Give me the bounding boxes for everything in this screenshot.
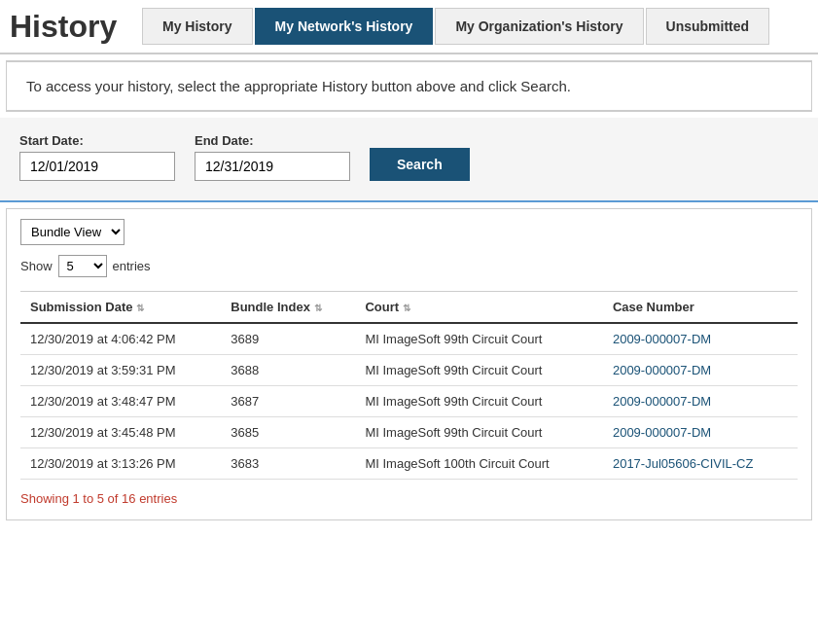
cell-bundle-index: 3683 (221, 448, 355, 480)
start-date-label: Start Date: (19, 133, 175, 148)
info-banner: To access your history, select the appro… (7, 61, 811, 111)
col-header-court[interactable]: Court⇅ (355, 292, 603, 324)
page-header: History My HistoryMy Network's HistoryMy… (0, 0, 818, 54)
tab-my-org-history[interactable]: My Organization's History (435, 8, 643, 45)
table-row: 12/30/2019 at 3:45:48 PM3685MI ImageSoft… (20, 417, 798, 448)
cell-submission-date: 12/30/2019 at 4:06:42 PM (20, 323, 221, 355)
entries-label: entries (113, 259, 151, 273)
sort-icon-court[interactable]: ⇅ (403, 303, 410, 313)
entries-row: Show 5102550100 entries (20, 255, 798, 277)
start-date-input[interactable] (19, 152, 175, 181)
cell-case-number[interactable]: 2017-Jul05606-CIVIL-CZ (603, 448, 798, 480)
table-footer: Showing 1 to 5 of 16 entries (20, 487, 798, 510)
cell-court: MI ImageSoft 99th Circuit Court (355, 355, 603, 386)
view-select[interactable]: Bundle View (20, 219, 124, 245)
tab-unsubmitted[interactable]: Unsubmitted (646, 8, 770, 45)
sort-icon-submission-date[interactable]: ⇅ (136, 303, 144, 313)
cell-case-number[interactable]: 2009-000007-DM (603, 323, 798, 355)
search-button[interactable]: Search (370, 148, 470, 181)
sort-icon-bundle-index[interactable]: ⇅ (314, 303, 322, 313)
tab-my-history[interactable]: My History (142, 8, 253, 45)
table-header-row: Submission Date⇅Bundle Index⇅Court⇅Case … (20, 292, 798, 324)
table-row: 12/30/2019 at 4:06:42 PM3689MI ImageSoft… (20, 323, 798, 355)
cell-bundle-index: 3685 (221, 417, 355, 448)
table-header: Submission Date⇅Bundle Index⇅Court⇅Case … (20, 292, 798, 324)
cell-court: MI ImageSoft 99th Circuit Court (355, 386, 603, 417)
view-row: Bundle View (20, 219, 798, 245)
cell-submission-date: 12/30/2019 at 3:59:31 PM (20, 355, 221, 386)
search-section: Start Date: End Date: Search (0, 118, 818, 202)
cell-submission-date: 12/30/2019 at 3:48:47 PM (20, 386, 221, 417)
cell-submission-date: 12/30/2019 at 3:13:26 PM (20, 448, 221, 480)
col-header-submission-date[interactable]: Submission Date⇅ (20, 292, 221, 324)
cell-bundle-index: 3687 (221, 386, 355, 417)
results-section: Bundle View Show 5102550100 entries Subm… (6, 208, 812, 520)
table-row: 12/30/2019 at 3:59:31 PM3688MI ImageSoft… (20, 355, 798, 386)
cell-court: MI ImageSoft 100th Circuit Court (355, 448, 603, 480)
cell-bundle-index: 3688 (221, 355, 355, 386)
col-header-bundle-index[interactable]: Bundle Index⇅ (221, 292, 355, 324)
cell-submission-date: 12/30/2019 at 3:45:48 PM (20, 417, 221, 448)
col-header-case-number: Case Number (603, 292, 798, 324)
end-date-input[interactable] (195, 152, 350, 181)
cell-court: MI ImageSoft 99th Circuit Court (355, 417, 603, 448)
cell-case-number[interactable]: 2009-000007-DM (603, 355, 798, 386)
end-date-label: End Date: (195, 133, 350, 148)
tab-nav: My HistoryMy Network's HistoryMy Organiz… (142, 8, 769, 45)
cell-court: MI ImageSoft 99th Circuit Court (355, 323, 603, 355)
results-table: Submission Date⇅Bundle Index⇅Court⇅Case … (20, 291, 798, 480)
entries-per-page-select[interactable]: 5102550100 (58, 255, 107, 277)
page-title: History (10, 9, 126, 45)
table-body: 12/30/2019 at 4:06:42 PM3689MI ImageSoft… (20, 323, 798, 480)
cell-case-number[interactable]: 2009-000007-DM (603, 386, 798, 417)
table-row: 12/30/2019 at 3:48:47 PM3687MI ImageSoft… (20, 386, 798, 417)
start-date-field: Start Date: (19, 133, 175, 181)
show-label: Show (20, 259, 53, 273)
info-banner-container: To access your history, select the appro… (6, 60, 812, 112)
table-row: 12/30/2019 at 3:13:26 PM3683MI ImageSoft… (20, 448, 798, 480)
tab-my-network-history[interactable]: My Network's History (255, 8, 434, 45)
end-date-field: End Date: (195, 133, 350, 181)
cell-case-number[interactable]: 2009-000007-DM (603, 417, 798, 448)
cell-bundle-index: 3689 (221, 323, 355, 355)
date-row: Start Date: End Date: Search (19, 133, 799, 181)
